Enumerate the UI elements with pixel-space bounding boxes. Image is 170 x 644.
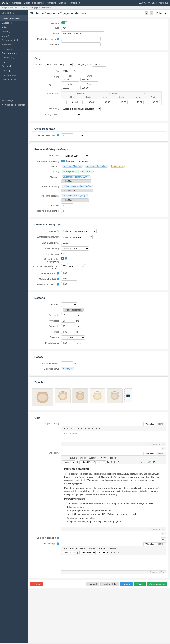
dodatkowy-menu-widok[interactable]: Widok xyxy=(79,547,87,550)
strona-glowna-remove[interactable]: × xyxy=(76,170,77,172)
toolbar-align4[interactable]: ≡ xyxy=(128,460,131,464)
sprawdzaj-checkbox[interactable] xyxy=(61,257,64,260)
toolbar-bold[interactable]: B xyxy=(70,427,73,430)
nazwa-input[interactable] xyxy=(61,31,104,35)
glebokosc-input[interactable] xyxy=(61,324,75,328)
waga-input[interactable] xyxy=(61,330,75,334)
dodatkowy-tab-wizualny[interactable]: Wizualny xyxy=(143,542,156,546)
akcesoria-remove[interactable]: × xyxy=(88,176,89,178)
wysokosc-input[interactable] xyxy=(61,319,75,323)
toolbar-link2[interactable]: 🔗 xyxy=(147,460,152,464)
grupy-rabatowe-remove[interactable]: × xyxy=(71,368,72,370)
wielokrotnosc-input[interactable] xyxy=(61,282,77,286)
nav-sprzedaz[interactable]: Sprzedaż xyxy=(12,2,21,4)
c-netto-input[interactable] xyxy=(131,100,144,104)
toolbar-italic[interactable]: I xyxy=(73,427,76,430)
toolbar-a-big[interactable]: A xyxy=(62,427,66,430)
image-5-thumb[interactable] xyxy=(107,388,123,403)
polecane-remove[interactable]: × xyxy=(85,195,86,197)
toolbar-indent[interactable]: ⇥ xyxy=(139,460,143,464)
maks-rabat-input[interactable] xyxy=(61,361,73,365)
toolbar-image[interactable]: ≡ xyxy=(98,427,101,430)
short-desc-tab-wizualny[interactable]: Wizualny xyxy=(143,422,156,426)
dodatkowy-format-select[interactable]: Formats xyxy=(62,551,75,554)
kurs-input[interactable] xyxy=(92,63,106,67)
sidebar-item-produkt-faq[interactable]: Produkt FAQ xyxy=(0,56,28,60)
dodatkowy-tab-html[interactable]: HTML xyxy=(156,542,166,546)
dodatkowy-menu-edycja[interactable]: Edycja xyxy=(69,547,78,550)
podglad-button[interactable]: Podgląd xyxy=(86,582,99,586)
dodatkowy-more[interactable]: ⋯ xyxy=(117,551,121,554)
sidebar-item-dokumentacja[interactable]: Dokumentacja xyxy=(0,77,28,82)
przekaz-dalej-button[interactable]: Przekaż Dalej xyxy=(100,582,119,586)
sidebar-item-generacje[interactable]: Generacje xyxy=(0,64,28,68)
dodatkowy-menu-format[interactable]: Format▾ xyxy=(98,547,108,550)
short-desc-editor[interactable]: Opis skrócony xyxy=(61,430,166,442)
vat-select[interactable]: 23% xyxy=(61,69,77,73)
bell-icon[interactable]: 🔔 xyxy=(152,2,155,4)
search-icon[interactable]: 🔍 xyxy=(148,2,151,4)
sidebar-item-edycja-podstawowa[interactable]: Edycja podstawowa xyxy=(0,16,28,21)
menu-edycja[interactable]: Edycja xyxy=(69,456,78,460)
nav-grafika[interactable]: Grafika xyxy=(59,2,66,4)
toolbar-bold2[interactable]: B xyxy=(106,460,110,464)
sidebar-item-zestawy[interactable]: Zestawy xyxy=(0,30,28,34)
nav-konfiguracja[interactable]: Konfiguracja xyxy=(68,2,80,4)
sidebar-item-recenzje[interactable]: Recenzje xyxy=(0,68,28,73)
toolbar-align-left[interactable]: ≡ xyxy=(76,427,80,430)
b-netto-input[interactable] xyxy=(98,100,111,104)
podobne-remove[interactable]: × xyxy=(90,185,91,188)
opis-wyrozniony-info-icon[interactable]: i xyxy=(57,537,59,539)
producent-select[interactable]: Traditional Way xyxy=(61,154,89,158)
ilosc-jednostek-info-icon[interactable]: i xyxy=(57,134,59,136)
sidebar-item-kody-online[interactable]: Kody online xyxy=(0,42,28,47)
priorytet-input[interactable] xyxy=(61,203,73,207)
duplikuj-button[interactable]: Duplikuj xyxy=(120,582,133,586)
toolbar-a-small[interactable]: a xyxy=(66,427,69,430)
c-brutto-input[interactable] xyxy=(147,100,160,104)
dodatkowy-font-select[interactable]: Taburet MS xyxy=(80,551,96,554)
toolbar-image2[interactable]: 🖼 xyxy=(152,460,157,464)
maksymalna-info-icon[interactable]: i xyxy=(57,278,59,280)
dodatkowy-underline[interactable]: U xyxy=(113,551,117,554)
size-select[interactable]: 17pt xyxy=(96,460,106,464)
ilosc-jednostek-input[interactable] xyxy=(61,133,73,137)
toolbar-align2[interactable]: ≡ xyxy=(121,460,124,464)
dodatkowy-editor[interactable] xyxy=(61,555,166,571)
sidebar-item-dodatkowe-opcje[interactable]: Dodatkowe opcje xyxy=(0,73,28,77)
wielokrotnosc-info-icon[interactable]: i xyxy=(57,283,59,286)
kod-mpn-input[interactable] xyxy=(61,42,100,46)
breadcrumb-pulpit[interactable]: Pulpit xyxy=(2,6,7,9)
short-desc-btn-ai[interactable]: AI xyxy=(161,447,166,450)
dodatkowy-menu-plik[interactable]: Plik xyxy=(63,547,68,550)
toolbar-list3[interactable]: ≡ xyxy=(135,460,139,464)
sidebar-item-zalaczniki[interactable]: Załączniki xyxy=(0,21,28,25)
toolbar-align3[interactable]: ≡ xyxy=(124,460,128,464)
menu-format[interactable]: Format▾ xyxy=(98,456,108,460)
format-select[interactable]: Formats xyxy=(62,460,75,464)
dostawcy-select[interactable]: Wszystkie xyxy=(61,335,85,340)
toolbar-link[interactable]: ≡ xyxy=(94,427,98,430)
szerokosc-input[interactable] xyxy=(61,313,75,317)
nav-oferta[interactable]: Oferta xyxy=(24,2,30,4)
language-select[interactable]: Polska xyxy=(155,11,167,15)
toolbar-outdent[interactable]: ⇤ xyxy=(143,460,147,464)
next-button[interactable]: › xyxy=(150,12,154,15)
zapisz-button[interactable]: Zapisz xyxy=(134,582,145,586)
maksymalna-input[interactable] xyxy=(61,277,77,281)
sidebar-item-pozycjonowanie[interactable]: Pozycjonowanie xyxy=(0,51,28,56)
sidebar-item-pliki-online[interactable]: Pliki online xyxy=(0,47,28,51)
toolbar-list-ol[interactable]: ≡ xyxy=(91,427,94,430)
menu-widok[interactable]: Widok xyxy=(79,456,87,460)
toolbar-align-center[interactable]: ≡ xyxy=(80,427,83,430)
kod-input[interactable] xyxy=(61,26,77,30)
kategoria-extra-remove[interactable]: × xyxy=(122,165,123,167)
full-desc-btn-ai[interactable]: AI xyxy=(161,532,166,535)
stara-cena-netto-input[interactable] xyxy=(61,86,79,90)
polecane-btn[interactable]: DO AIM AI PH xyxy=(61,198,89,202)
dodatkowy-opis-info-icon[interactable]: i xyxy=(57,542,59,545)
rozmiar-select[interactable] xyxy=(61,302,77,307)
ukryj-ceny-select[interactable]: Zgodnie z globalną konfiguracją xyxy=(61,107,100,111)
toolbar-more[interactable]: ⋯ xyxy=(157,460,161,464)
produkt-bezpieczny-info-icon[interactable]: i xyxy=(57,38,59,40)
